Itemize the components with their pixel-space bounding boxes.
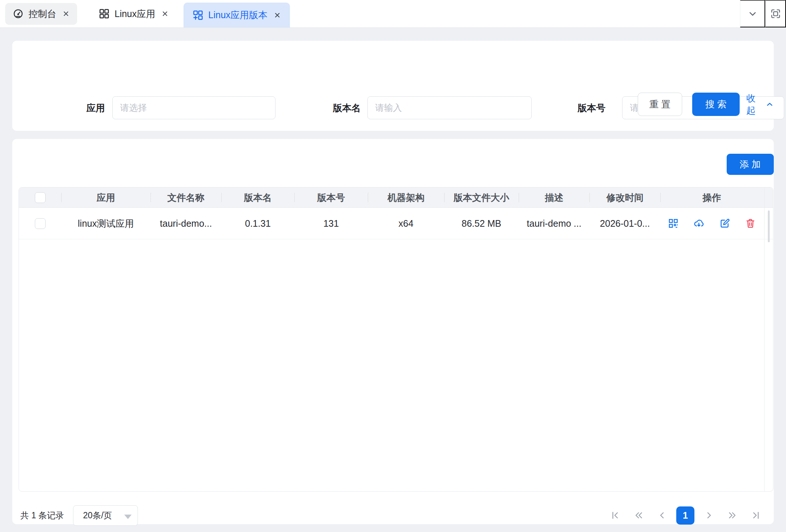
next-page-button[interactable] (697, 506, 720, 525)
version-name-input[interactable] (367, 96, 532, 119)
app-screen: 控制台 Linux应用 (0, 0, 786, 532)
collapse-label: 收起 (746, 92, 763, 117)
header-cell: 应用 (61, 187, 151, 207)
close-icon[interactable] (274, 11, 281, 19)
filter-label-app: 应用 (57, 102, 105, 114)
appstore-add-icon (192, 10, 204, 21)
dashboard-icon (13, 8, 24, 19)
reset-button[interactable]: 重 置 (638, 93, 682, 116)
header-cell: 操作 (660, 187, 763, 207)
row-cell-arch: x64 (368, 208, 444, 239)
row-cell-actions (660, 208, 763, 239)
fast-backward-button[interactable] (627, 506, 650, 525)
header-cell-checkbox (19, 187, 61, 207)
double-left-icon (634, 510, 644, 521)
header-cell: 版本号 (294, 187, 368, 207)
first-page-icon (610, 510, 621, 521)
pagination: 1 (604, 506, 767, 525)
qrcode-action-button[interactable] (660, 218, 686, 229)
page-size-value: 20条/页 (83, 510, 112, 521)
delete-icon (745, 218, 756, 229)
row-checkbox[interactable] (35, 218, 46, 229)
row-cell-version-name: 0.1.31 (221, 208, 294, 239)
last-page-button[interactable] (744, 506, 767, 525)
row-cell-modified: 2026-01-0... (590, 208, 660, 239)
fullscreen-button[interactable] (765, 0, 786, 27)
add-button[interactable]: 添 加 (727, 154, 774, 175)
current-page-button[interactable]: 1 (676, 506, 694, 525)
filter-panel: 应用 版本名 版本号 重 置 搜 索 收起 (12, 41, 774, 131)
close-icon[interactable] (161, 10, 169, 17)
row-cell-app: linux测试应用 (61, 208, 151, 239)
double-right-icon (727, 510, 737, 521)
data-table: 应用 文件名称 版本名 版本号 机器架构 版本文件大小 描述 修改时间 操作 l… (19, 187, 773, 492)
tab-label: Linux应用 (115, 8, 155, 20)
header-cell: 文件名称 (151, 187, 221, 207)
close-icon[interactable] (62, 10, 70, 17)
tab-console[interactable]: 控制台 (5, 3, 77, 25)
edit-action-button[interactable] (712, 218, 738, 229)
tabbar-controls (740, 0, 786, 27)
row-cell-checkbox (19, 208, 61, 239)
filter-label-version-code: 版本号 (557, 102, 605, 114)
appstore-icon (99, 8, 110, 19)
filter-label-version-name: 版本名 (313, 102, 361, 114)
page-size-select[interactable]: 20条/页 (73, 505, 138, 526)
tab-linux-app-version[interactable]: Linux应用版本 (184, 3, 290, 27)
chevron-down-icon (747, 9, 758, 19)
prev-page-button[interactable] (650, 506, 674, 525)
tabs-dropdown-button[interactable] (740, 0, 765, 27)
last-page-icon (750, 510, 761, 521)
edit-icon (719, 218, 730, 229)
header-gutter (763, 187, 772, 207)
header-cell: 版本文件大小 (444, 187, 519, 207)
header-cell: 版本名 (221, 187, 294, 207)
chevron-right-icon (704, 510, 714, 521)
row-cell-version-code: 131 (294, 208, 368, 239)
delete-action-button[interactable] (738, 218, 764, 229)
chevron-left-icon (657, 510, 667, 521)
row-cell-file: tauri-demo... (151, 208, 221, 239)
app-select[interactable] (112, 96, 275, 119)
select-all-checkbox[interactable] (35, 192, 46, 203)
download-action-button[interactable] (686, 218, 712, 229)
search-button[interactable]: 搜 索 (692, 93, 740, 116)
table-panel: 添 加 应用 文件名称 版本名 版本号 机器架构 版本文件大小 描述 修改时间 … (12, 139, 774, 524)
header-cell: 描述 (519, 187, 590, 207)
header-cell: 机器架构 (368, 187, 444, 207)
tab-bar: 控制台 Linux应用 (0, 0, 786, 28)
row-cell-desc: tauri-demo ... (519, 208, 590, 239)
qrcode-icon (668, 218, 679, 229)
header-cell: 修改时间 (590, 187, 660, 207)
fullscreen-icon (770, 9, 781, 19)
first-page-button[interactable] (604, 506, 627, 525)
tab-label: 控制台 (29, 8, 56, 20)
tab-label: Linux应用版本 (208, 9, 268, 21)
total-records-text: 共 1 条记录 (20, 510, 64, 521)
footer-left: 共 1 条记录 20条/页 (20, 505, 138, 526)
tab-linux-app[interactable]: Linux应用 (91, 3, 176, 25)
table-footer: 共 1 条记录 20条/页 (20, 504, 767, 526)
row-cell-size: 86.52 MB (444, 208, 519, 239)
chevron-up-icon (766, 100, 774, 109)
table-header-row: 应用 文件名称 版本名 版本号 机器架构 版本文件大小 描述 修改时间 操作 (19, 187, 773, 208)
table-row[interactable]: linux测试应用 tauri-demo... 0.1.31 131 x64 8… (19, 208, 773, 239)
collapse-toggle[interactable]: 收起 (746, 93, 774, 116)
caret-down-icon (124, 515, 132, 519)
table-gutter-divider (764, 187, 764, 491)
table-scrollbar-thumb[interactable] (768, 210, 770, 242)
fast-forward-button[interactable] (720, 506, 744, 525)
cloud-download-icon (693, 218, 704, 229)
